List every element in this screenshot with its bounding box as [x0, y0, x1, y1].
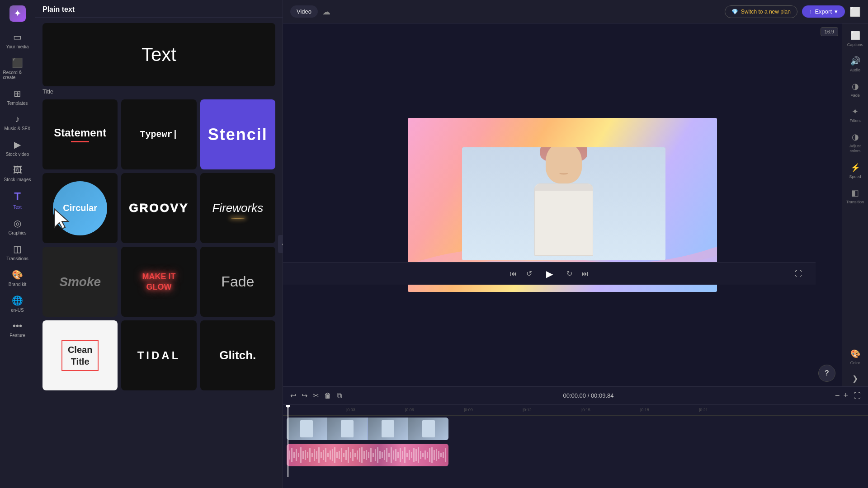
- speed-tool-icon: ⚡: [850, 163, 860, 173]
- template-groovy[interactable]: GROOVY: [121, 173, 196, 243]
- template-clean-title[interactable]: CleanTitle: [42, 320, 118, 390]
- svg-rect-57: [415, 449, 417, 461]
- panel-collapse-button[interactable]: ❮: [278, 235, 283, 253]
- timeline-toolbar: ↩ ↪ ✂ 🗑 ⧉ 00:00.00 / 00:09.84 − + ⛶: [283, 387, 868, 405]
- redo-button[interactable]: ↪: [302, 391, 307, 400]
- template-fireworks[interactable]: Fireworks: [200, 173, 275, 243]
- adjust-colors-label: Adjust colors: [845, 144, 865, 154]
- svg-rect-27: [348, 447, 349, 463]
- sidebar-label-stock-video: Stock video: [6, 152, 29, 157]
- svg-rect-46: [391, 447, 392, 463]
- template-circular[interactable]: Circular: [42, 173, 118, 243]
- transition-tool-label: Transition: [846, 200, 864, 204]
- svg-rect-54: [409, 450, 410, 460]
- fade-tool-label: Fade: [850, 93, 860, 98]
- zoom-out-button[interactable]: −: [835, 391, 840, 400]
- tool-captions[interactable]: ⬜ Captions: [844, 27, 867, 51]
- template-statement[interactable]: Statement: [42, 99, 118, 169]
- svg-rect-64: [431, 447, 433, 463]
- collapse-right-button[interactable]: ❯: [852, 374, 858, 383]
- video-thumb-4: [408, 418, 448, 440]
- template-plain-text[interactable]: Text: [42, 23, 275, 86]
- stock-images-icon: 🖼: [13, 165, 22, 175]
- stencil-text: Stencil: [208, 125, 268, 144]
- audio-track-clip[interactable]: [287, 444, 448, 466]
- skip-end-button[interactable]: ⏭: [581, 270, 589, 278]
- svg-rect-49: [397, 452, 399, 458]
- glow-text: MAKE ITGLOW: [142, 272, 175, 292]
- svg-rect-50: [400, 448, 401, 462]
- svg-rect-43: [384, 450, 385, 460]
- template-tidal[interactable]: TIDAL: [121, 320, 196, 390]
- video-tab[interactable]: Video: [290, 5, 318, 18]
- sidebar-item-stock-video[interactable]: ▶ Stock video: [1, 136, 34, 160]
- music-icon: ♪: [15, 114, 20, 124]
- sidebar-item-feature[interactable]: ••• Feature: [1, 317, 34, 342]
- sidebar-item-your-media[interactable]: ▭ Your media: [1, 28, 34, 53]
- video-track-row: [283, 416, 868, 442]
- sidebar-item-record-create[interactable]: ⬛ Record & create: [1, 54, 34, 84]
- tool-color[interactable]: 🎨 Color: [844, 345, 867, 369]
- timeline-tracks-container[interactable]: |0:03 |0:06 |0:09 |0:12 |0:15: [283, 405, 868, 488]
- record-icon: ⬛: [12, 57, 23, 68]
- skip-back-button[interactable]: ↺: [526, 269, 532, 278]
- svg-rect-1: [289, 450, 290, 460]
- tool-transition[interactable]: ◧ Transition: [844, 184, 867, 208]
- text-panel-scroll[interactable]: Text Title Statement Typewr| Stencil: [35, 18, 283, 488]
- sidebar-item-templates[interactable]: ⊞ Templates: [1, 84, 34, 109]
- undo-button[interactable]: ↩: [290, 391, 296, 400]
- person-figure: [505, 147, 623, 260]
- sidebar-item-text[interactable]: T Text: [1, 187, 34, 213]
- skip-forward-button[interactable]: ↻: [566, 269, 572, 278]
- sidebar-item-stock-images[interactable]: 🖼 Stock images: [1, 161, 34, 186]
- fade-text: Fade: [221, 273, 254, 290]
- gem-icon: 💎: [731, 9, 738, 15]
- zoom-in-button[interactable]: +: [843, 391, 848, 400]
- sidebar-item-graphics[interactable]: ◎ Graphics: [1, 214, 34, 239]
- template-stencil[interactable]: Stencil: [200, 99, 275, 169]
- video-track-clip[interactable]: [287, 418, 448, 440]
- template-smoke[interactable]: Smoke: [42, 247, 118, 317]
- cut-button[interactable]: ✂: [313, 391, 319, 400]
- left-sidebar: ✦ ▭ Your media ⬛ Record & create ⊞ Templ…: [0, 0, 35, 488]
- svg-rect-11: [311, 453, 313, 457]
- template-typewriter[interactable]: Typewr|: [121, 99, 196, 169]
- tool-fade[interactable]: ◑ Fade: [844, 78, 867, 101]
- expand-timeline-button[interactable]: ⛶: [854, 392, 861, 400]
- help-button[interactable]: ?: [818, 365, 835, 382]
- template-glitch[interactable]: Glitch.: [200, 320, 275, 390]
- sidebar-item-transitions[interactable]: ◫ Transitions: [1, 240, 34, 265]
- statement-text: Statement: [54, 127, 106, 139]
- filters-tool-label: Filters: [849, 118, 861, 123]
- person-thumb-2: [341, 420, 354, 437]
- svg-rect-68: [440, 453, 442, 457]
- fullscreen-button[interactable]: ⛶: [795, 270, 802, 278]
- svg-rect-15: [321, 452, 322, 458]
- sidebar-item-en-us[interactable]: 🌐 en-US: [1, 291, 34, 316]
- tool-adjust-colors[interactable]: ◑ Adjust colors: [844, 128, 867, 157]
- template-make-it-glow[interactable]: MAKE ITGLOW: [121, 247, 196, 317]
- cloud-icon: ☁: [322, 7, 330, 17]
- sidebar-item-music[interactable]: ♪ Music & SFX: [1, 110, 34, 135]
- duplicate-button[interactable]: ⧉: [337, 392, 342, 400]
- fireworks-glow: [231, 218, 245, 219]
- svg-rect-40: [377, 447, 378, 463]
- svg-rect-17: [325, 448, 326, 462]
- svg-rect-67: [438, 451, 439, 459]
- template-fade[interactable]: Fade: [200, 247, 275, 317]
- rewind-button[interactable]: ⏮: [510, 270, 517, 278]
- captions-tool-label: Captions: [847, 42, 863, 47]
- delete-button[interactable]: 🗑: [324, 392, 331, 400]
- play-button[interactable]: ▶: [541, 266, 557, 282]
- svg-rect-2: [291, 448, 292, 462]
- tool-audio[interactable]: 🔊 Audio: [844, 52, 867, 76]
- video-thumbnails: [287, 418, 448, 440]
- fireworks-text: Fireworks: [212, 201, 263, 215]
- switch-plan-button[interactable]: 💎 Switch to a new plan: [725, 5, 797, 18]
- export-button[interactable]: ↑ Export ▾: [802, 5, 845, 18]
- sidebar-item-brand-kit[interactable]: 🎨 Brand kit: [1, 266, 34, 291]
- video-thumb-1: [287, 418, 327, 440]
- tool-filters[interactable]: ✦ Filters: [844, 103, 867, 127]
- svg-rect-26: [345, 450, 347, 460]
- tool-speed[interactable]: ⚡ Speed: [844, 159, 867, 183]
